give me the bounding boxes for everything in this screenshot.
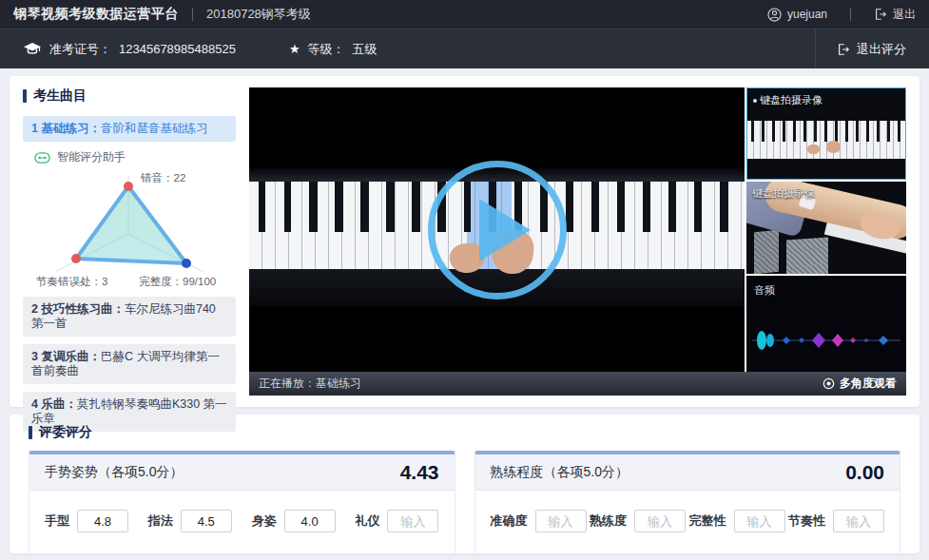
field-hand-shape: 手型 — [45, 510, 128, 532]
video-zone: 键盘拍摄录像 键盘拍摄录像 — [249, 87, 906, 396]
gesture-card-header: 手势姿势（各项5.0分） 4.43 — [29, 454, 455, 491]
etiquette-label: 礼仪 — [355, 512, 379, 530]
playlist-item-3-prefix: 3 复调乐曲： — [31, 350, 101, 363]
camera-1-label-row: 键盘拍摄录像 — [753, 93, 823, 107]
ticket-number: 12345678985488525 — [119, 42, 236, 56]
playlist-section-title: 考生曲目 — [23, 87, 236, 105]
camera-1-hand-right — [826, 141, 841, 153]
level-value: 五级 — [353, 41, 377, 58]
camera-2-label-row: 键盘拍摄录像 — [752, 186, 815, 201]
playlist-item-1[interactable]: 1 基础练习：音阶和琶音基础练习 — [23, 116, 236, 142]
proficiency-card-title: 熟练程度（各项5.0分） — [491, 464, 629, 481]
proficiency-input[interactable] — [634, 510, 686, 532]
gesture-card-title: 手势姿势（各项5.0分） — [45, 464, 183, 481]
playlist-item-3[interactable]: 3 复调乐曲：巴赫C 大调平均律第一首前奏曲 — [23, 344, 236, 384]
user-menu[interactable]: yuejuan — [767, 8, 827, 22]
playlist-sidebar: 考生曲目 1 基础练习：音阶和琶音基础练习 智能评分助手 — [23, 87, 236, 396]
radar-dot-rhythm-errors — [71, 254, 81, 263]
fingering-input[interactable] — [181, 510, 232, 532]
graduation-cap-icon — [23, 41, 42, 57]
radar-label-wrong-notes: 错音：22 — [140, 172, 185, 183]
field-etiquette: 礼仪 — [355, 510, 438, 532]
multi-angle-icon — [823, 377, 835, 390]
field-rhythm: 节奏性 — [788, 510, 884, 532]
video-control-bar: 正在播放：基础练习 多角度观看 — [249, 372, 906, 396]
field-completeness: 完整性 — [689, 510, 785, 532]
accuracy-label: 准确度 — [491, 512, 528, 530]
proficiency-label: 熟练度 — [590, 512, 627, 530]
ticket-group: 准考证号： 12345678985488525 — [23, 41, 236, 58]
app-title: 钢琴视频考级数据运营平台 — [13, 6, 179, 23]
multi-angle-button[interactable]: 多角度观看 — [823, 376, 897, 392]
assistant-icon — [34, 151, 50, 164]
playlist-item-2[interactable]: 2 技巧性练习曲：车尔尼练习曲740 第一首 — [23, 297, 236, 337]
proficiency-card-score: 0.00 — [845, 461, 884, 484]
hand-shape-label: 手型 — [45, 512, 69, 530]
session-title: 20180728钢琴考级 — [206, 6, 311, 23]
radar-dot-completeness — [182, 259, 191, 268]
exam-panel: 考生曲目 1 基础练习：音阶和琶音基础练习 智能评分助手 — [10, 76, 919, 407]
logout-button[interactable]: 退出 — [874, 7, 916, 23]
main-video-player[interactable] — [249, 87, 745, 372]
hand-shape-input[interactable] — [77, 510, 128, 532]
header-divider — [192, 8, 193, 21]
gesture-card-score: 4.43 — [400, 461, 439, 484]
score-card-gesture: 手势姿势（各项5.0分） 4.43 手型 指法 身姿 礼仪 — [29, 451, 455, 554]
app-header: 钢琴视频考级数据运营平台 20180728钢琴考级 yuejuan 退出 — [0, 0, 929, 29]
score-card-proficiency: 熟练程度（各项5.0分） 0.00 准确度 熟练度 完整性 节奏性 — [474, 451, 901, 554]
posture-label: 身姿 — [252, 512, 277, 530]
radar-dot-wrong-notes — [124, 182, 133, 191]
camera-1-keyboard — [747, 121, 905, 159]
multi-angle-label: 多角度观看 — [840, 376, 897, 392]
audio-waveform — [752, 319, 900, 361]
camera-2-stand — [754, 230, 779, 274]
camera-1-label: 键盘拍摄录像 — [760, 93, 823, 107]
logout-label: 退出 — [893, 7, 916, 23]
exit-scoring-button[interactable]: 退出评分 — [815, 29, 906, 68]
rhythm-input[interactable] — [833, 510, 884, 532]
playlist-item-4-prefix: 4 乐曲： — [31, 397, 77, 411]
camera-1-hand-left — [807, 145, 820, 154]
user-icon — [767, 8, 782, 22]
play-icon — [479, 199, 531, 261]
field-accuracy: 准确度 — [491, 510, 587, 532]
star-icon: ★ — [289, 42, 300, 56]
assistant-label: 智能评分助手 — [57, 149, 126, 165]
fingering-label: 指法 — [148, 512, 173, 530]
playlist-item-1-title: 音阶和琶音基础练习 — [101, 122, 208, 135]
posture-input[interactable] — [284, 510, 336, 532]
play-button[interactable] — [428, 161, 567, 299]
camera-thumbnail-2[interactable]: 键盘拍摄录像 — [746, 182, 906, 274]
field-fingering: 指法 — [148, 510, 232, 532]
etiquette-input[interactable] — [387, 510, 438, 532]
radar-polygon — [76, 186, 186, 263]
ai-score-assistant-toggle[interactable]: 智能评分助手 — [34, 149, 236, 165]
scoring-title-text: 评委评分 — [39, 424, 92, 441]
camera-2-stand-2 — [786, 237, 828, 274]
active-dot-icon — [753, 99, 757, 103]
radar-chart: 错音：22 节奏错误处：3 完整度：99/100 — [27, 167, 236, 293]
scoring-panel: 评委评分 手势姿势（各项5.0分） 4.43 手型 指法 身姿 — [10, 415, 919, 553]
playlist-title-text: 考生曲目 — [33, 87, 87, 105]
radar-label-completeness: 完整度：99/100 — [139, 276, 216, 287]
camera-thumbnail-1[interactable]: 键盘拍摄录像 — [746, 87, 906, 180]
field-posture: 身姿 — [252, 510, 336, 532]
logout-icon — [874, 8, 887, 21]
playlist-item-1-prefix: 1 基础练习： — [31, 122, 101, 135]
audio-label: 音频 — [754, 283, 775, 298]
audio-track[interactable]: 音频 — [746, 276, 906, 372]
accuracy-input[interactable] — [535, 510, 587, 532]
exam-info-bar: 准考证号： 12345678985488525 ★ 等级： 五级 退出评分 — [0, 29, 929, 68]
completeness-input[interactable] — [734, 510, 785, 532]
proficiency-card-header: 熟练程度（各项5.0分） 0.00 — [475, 454, 900, 491]
exit-scoring-label: 退出评分 — [857, 41, 906, 58]
completeness-label: 完整性 — [689, 512, 726, 530]
gesture-card-body: 手型 指法 身姿 礼仪 — [29, 491, 455, 553]
playlist-item-2-prefix: 2 技巧性练习曲： — [31, 302, 125, 316]
camera-1-black-keys — [747, 121, 905, 142]
exit-scoring-icon — [837, 43, 850, 56]
field-proficiency: 熟练度 — [590, 510, 686, 532]
radar-label-rhythm-errors: 节奏错误处：3 — [36, 276, 107, 287]
level-group: ★ 等级： 五级 — [289, 41, 377, 58]
now-playing-text: 正在播放：基础练习 — [259, 376, 361, 392]
